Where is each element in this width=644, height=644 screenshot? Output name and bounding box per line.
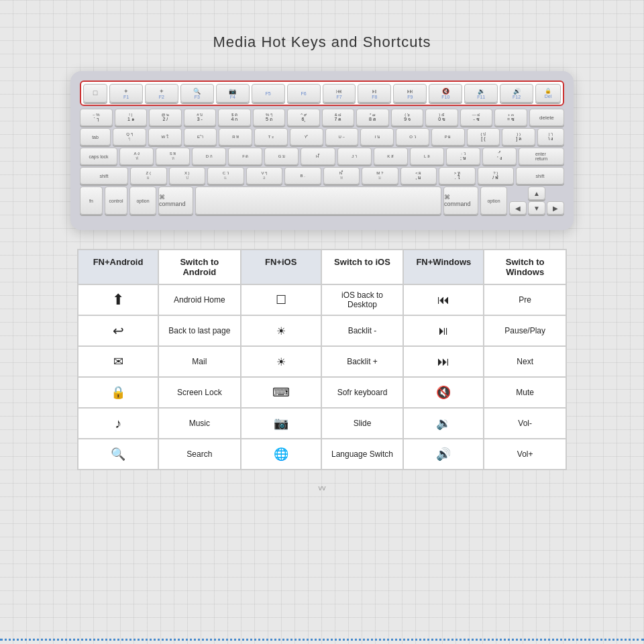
key-del[interactable]: 🔒 Del	[535, 84, 561, 103]
key-g[interactable]: G ม	[264, 148, 299, 165]
row1-android-icon: ⬆	[78, 284, 158, 315]
key-a[interactable]: A งฟ	[119, 148, 154, 165]
key-tilde[interactable]: ~ %` ๅ	[80, 109, 113, 126]
key-d[interactable]: D ก	[192, 148, 226, 165]
key-quote[interactable]: " ็' ง	[482, 148, 517, 165]
key-f[interactable]: F ด	[228, 148, 262, 165]
key-command-right[interactable]: ⌘ command	[443, 186, 478, 215]
key-s[interactable]: S หห	[156, 148, 190, 165]
key-n[interactable]: N ็ท	[323, 167, 360, 184]
key-f11[interactable]: 🔉 F11	[464, 84, 498, 103]
key-b[interactable]: B .	[284, 167, 321, 184]
key-delete[interactable]: delete	[529, 109, 564, 126]
key-t[interactable]: T ะ	[254, 128, 288, 146]
page-title: Media Hot Keys and Shortcuts	[0, 0, 644, 51]
key-f9[interactable]: ⏭ F9	[393, 84, 427, 103]
key-f5[interactable]: F5	[252, 84, 285, 103]
row1-android-label: Android Home	[158, 284, 241, 315]
row3-android-label: Mail	[158, 346, 241, 377]
key-v[interactable]: V ๆอ	[246, 167, 283, 184]
key-p[interactable]: P ผ	[431, 128, 465, 146]
header-android: FN+Android	[78, 250, 158, 284]
key-f7[interactable]: ⏮ F7	[323, 84, 356, 103]
key-f2[interactable]: ✦ F2	[145, 84, 178, 103]
key-control[interactable]: control	[105, 186, 127, 215]
key-3[interactable]: # บ3 -	[184, 109, 217, 126]
key-0[interactable]: ) ๕0 ข	[425, 109, 458, 126]
key-enter[interactable]: enterreturn	[519, 148, 564, 165]
key-option-right[interactable]: option	[480, 186, 507, 215]
row2-android-label: Back to last page	[158, 315, 241, 346]
keyboard-image: ☐ ✦ F1 ✦ F2 🔍 F3 📷 F4 F5 F6 ⏮ F7 ⏯	[70, 71, 574, 230]
key-shift-right[interactable]: shift	[516, 167, 564, 184]
key-1[interactable]: ! |1 ๑	[115, 109, 148, 126]
key-f6[interactable]: F6	[287, 84, 321, 103]
key-shift-left[interactable]: shift	[80, 167, 128, 184]
key-f12[interactable]: 🔊 F12	[500, 84, 533, 103]
key-f8[interactable]: ⏯ F8	[358, 84, 391, 103]
key-f3[interactable]: 🔍 F3	[180, 84, 214, 103]
key-capslock[interactable]: caps lock	[80, 148, 117, 165]
key-arrow-up[interactable]: ▲	[528, 186, 545, 200]
zxcv-row: shift Z (ผ X )ป C วแ V ๆอ B . N ็ท M ?ม …	[80, 167, 564, 184]
row2-win-label: Pause/Play	[484, 315, 566, 346]
header-ios: FN+iOS	[241, 250, 321, 284]
row4-ios-icon: ⌨	[241, 377, 321, 408]
key-9[interactable]: ( ๖9 จ	[391, 109, 424, 126]
key-r[interactable]: R ท	[219, 128, 252, 146]
key-f10[interactable]: 🔇 F10	[429, 84, 462, 103]
key-x[interactable]: X )ป	[169, 167, 206, 184]
key-esc[interactable]: ☐	[83, 84, 107, 103]
row3-win-icon: ⏭	[403, 346, 484, 377]
key-arrow-down[interactable]: ▼	[528, 201, 545, 215]
key-arrow-left[interactable]: ◀	[509, 201, 527, 215]
row2-ios-icon: ☀	[241, 315, 321, 346]
qwerty-row: tab Q ๆๆ W ใ E ำ R ท T ะ Y ั U ~ I น O ว…	[80, 128, 564, 146]
key-z[interactable]: Z (ผ	[130, 167, 167, 184]
key-f4[interactable]: 📷 F4	[216, 84, 250, 103]
key-o[interactable]: O ว	[396, 128, 429, 146]
key-4[interactable]: $ ค4 ก	[218, 109, 251, 126]
row5-ios-label: Slide	[321, 408, 404, 439]
key-tab[interactable]: tab	[80, 128, 111, 146]
key-y[interactable]: Y ั	[290, 128, 323, 146]
key-5[interactable]: % ๆ5 ถ	[253, 109, 286, 126]
key-slash[interactable]: ? )/ ฬ	[478, 167, 515, 184]
row2-ios-label: Backlit -	[321, 315, 404, 346]
key-l[interactable]: L ล	[410, 148, 444, 165]
key-option-left[interactable]: option	[129, 186, 156, 215]
key-c[interactable]: C วแ	[207, 167, 244, 184]
key-e[interactable]: E ำ	[184, 128, 217, 146]
key-f1[interactable]: ✦ F1	[109, 84, 143, 103]
key-8[interactable]: * ๗8 ต	[356, 109, 389, 126]
key-period[interactable]: > ห. ใ	[439, 167, 476, 184]
key-2[interactable]: @ ๒2 /	[149, 109, 182, 126]
key-minus[interactable]: — ๔- ช	[460, 109, 493, 126]
key-k[interactable]: K ส	[374, 148, 408, 165]
key-semicolon[interactable]: : ว; ษ	[446, 148, 480, 165]
asdf-row: caps lock A งฟ S หห D ก F ด G ม H ็ J า …	[80, 148, 564, 165]
key-space[interactable]	[195, 186, 441, 215]
row5-android-icon: ♪	[78, 408, 158, 439]
key-w[interactable]: W ใ	[148, 128, 182, 146]
key-q[interactable]: Q ๆๆ	[113, 128, 146, 146]
key-lbracket[interactable]: { ป[ (	[467, 128, 500, 146]
key-command-left[interactable]: ⌘ command	[158, 186, 193, 215]
key-comma[interactable]: < ผ, ม	[400, 167, 437, 184]
row4-ios-label: Sofr keyboard	[321, 377, 404, 408]
row6-win-icon: 🔊	[403, 439, 484, 470]
key-fn[interactable]: fn	[80, 186, 103, 215]
key-i[interactable]: I น	[360, 128, 394, 146]
header-win: FN+Windows	[403, 250, 484, 284]
key-equals[interactable]: + ๓= ซ	[494, 109, 527, 126]
key-backslash[interactable]: | ๅ\ ง	[537, 128, 564, 146]
key-7[interactable]: & ๘7 ค	[322, 109, 355, 126]
key-arrow-right[interactable]: ▶	[547, 201, 564, 215]
key-rbracket[interactable]: } )] ล	[502, 128, 535, 146]
row1-win-icon: ⏮	[403, 284, 484, 315]
key-m[interactable]: M ?ม	[362, 167, 398, 184]
key-u[interactable]: U ~	[325, 128, 359, 146]
key-h[interactable]: H ็	[301, 148, 335, 165]
key-j[interactable]: J า	[337, 148, 372, 165]
key-6[interactable]: ^ ๙6 ุ	[287, 109, 320, 126]
